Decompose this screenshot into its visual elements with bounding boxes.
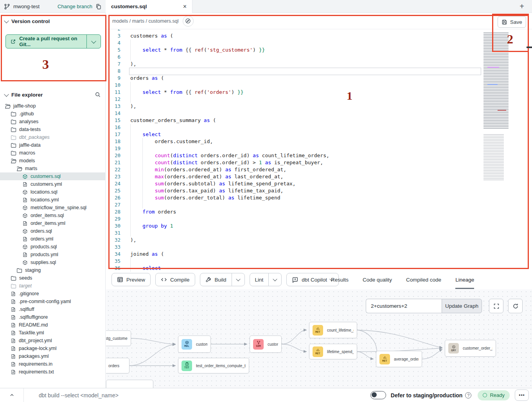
pr-dropdown-button[interactable]	[86, 35, 101, 48]
tree-item-dbt-project-yml[interactable]: dbt_project.yml	[0, 337, 106, 345]
tab-results[interactable]: Results	[331, 272, 349, 289]
tree-item-dbt-packages[interactable]: dbt_packages	[0, 133, 106, 141]
lineage-node-customers[interactable]: SEMcustomers	[250, 336, 282, 353]
tree-item-jaffle-data[interactable]: jaffle-data	[0, 141, 106, 149]
code-line-7[interactable]: 7),	[106, 61, 532, 68]
lint-dropdown-button[interactable]	[268, 273, 281, 286]
tree-item-customers-sql[interactable]: customers.sql	[0, 172, 106, 180]
code-line-21[interactable]: 21 count(distinct orders.order_id) > 1 a…	[106, 159, 532, 166]
tree-item-target[interactable]: target	[0, 282, 106, 290]
code-line-6[interactable]: 6	[106, 54, 532, 61]
tree-item-supplies-sql[interactable]: supplies.sql	[0, 258, 106, 266]
tree-item-requirements-in[interactable]: requirements.in	[0, 360, 106, 368]
tab-compiled-code[interactable]: Compiled code	[406, 272, 441, 289]
tree-item-staging[interactable]: staging	[0, 266, 106, 274]
dbt-command-input[interactable]: dbt build --select <model_name>	[39, 392, 370, 398]
code-line-25[interactable]: 25 sum(orders.tax_paid) as lifetime_tax_…	[106, 187, 532, 194]
question-icon[interactable]: ?	[465, 392, 471, 398]
chevron-up-icon[interactable]	[0, 393, 23, 398]
tree-item--sqlfluff[interactable]: .sqlfluff	[0, 305, 106, 313]
code-line-13[interactable]: 13),	[106, 103, 532, 110]
tree-item-customers-yml[interactable]: customers.yml	[0, 180, 106, 188]
code-line-9[interactable]: 9orders as (	[106, 75, 532, 82]
preview-button[interactable]: Preview	[111, 273, 151, 286]
code-line-23[interactable]: 23 max(orders.ordered_at) as last_ordere…	[106, 173, 532, 180]
code-line-14[interactable]: 14	[106, 110, 532, 117]
code-line-27[interactable]: 27	[106, 201, 532, 208]
code-line-15[interactable]: 15customer_orders_summary as (	[106, 117, 532, 124]
refresh-icon[interactable]	[508, 299, 523, 313]
compass-icon[interactable]	[183, 16, 194, 27]
code-line-33[interactable]: 33	[106, 244, 532, 251]
lineage-node-test-order-items-compute-to-bools-[interactable]: TSTtest_order_items_compute_to_bools...	[178, 358, 249, 373]
tree-item-products-sql[interactable]: products.sql	[0, 243, 106, 251]
code-line-24[interactable]: 24 sum(orders.subtotal) as lifetime_spen…	[106, 180, 532, 187]
lineage-node-average-order-value[interactable]: METaverage_order_value	[376, 351, 422, 367]
tree-item-readme-md[interactable]: README.md	[0, 321, 106, 329]
code-line-2[interactable]: 2	[106, 29, 532, 32]
tree-item-orders-sql[interactable]: orders.sql	[0, 227, 106, 235]
lineage-node-customer-order-metrics[interactable]: QRYcustomer_order_metrics	[445, 340, 496, 357]
code-line-3[interactable]: 3customers as (	[106, 32, 532, 39]
tree-item-metricflow-time-spine-sql[interactable]: metricflow_time_spine.sql	[0, 204, 106, 212]
lineage-node-partial[interactable]	[106, 380, 153, 388]
code-line-17[interactable]: 17 select	[106, 131, 532, 138]
code-line-30[interactable]: 30 group by 1	[106, 223, 532, 230]
update-graph-button[interactable]: Update Graph	[442, 299, 482, 313]
close-icon[interactable]: ×	[183, 4, 187, 10]
code-line-12[interactable]: 12	[106, 96, 532, 103]
code-line-31[interactable]: 31	[106, 230, 532, 237]
tree-item-packages-yml[interactable]: packages.yml	[0, 352, 106, 360]
tree-item-models[interactable]: models	[0, 157, 106, 165]
lineage-node-customers[interactable]: MDLcustomers	[178, 336, 211, 353]
tree-item-orders-yml[interactable]: orders.yml	[0, 235, 106, 243]
tree-item-requirements-txt[interactable]: requirements.txt	[0, 368, 106, 376]
plus-icon[interactable]: +	[517, 2, 527, 11]
tab-code-quality[interactable]: Code quality	[363, 272, 392, 289]
tree-item-locations-sql[interactable]: locations.sql	[0, 188, 106, 196]
defer-toggle[interactable]	[370, 391, 386, 399]
tree-item-marts[interactable]: marts	[0, 165, 106, 172]
tree-item-order-items-sql[interactable]: order_items.sql	[0, 212, 106, 219]
lineage-node-count-lifetime-orders[interactable]: METcount_lifetime_orders	[309, 322, 357, 338]
code-line-5[interactable]: 5 select * from {{ ref('stg_customers') …	[106, 47, 532, 54]
code-line-36[interactable]: 36 select	[106, 265, 532, 272]
code-line-16[interactable]: 16	[106, 124, 532, 131]
tree-item-jaffle-shop[interactable]: jaffle-shop	[0, 102, 106, 110]
code-line-29[interactable]: 29	[106, 215, 532, 223]
code-line-18[interactable]: 18 orders.customer_id,	[106, 138, 532, 145]
code-line-20[interactable]: 20 count(distinct orders.order_id) as co…	[106, 152, 532, 159]
tree-item--gitignore[interactable]: .gitignore	[0, 290, 106, 298]
code-line-34[interactable]: 34joined as (	[106, 251, 532, 258]
tree-item-analyses[interactable]: analyses	[0, 118, 106, 126]
fullscreen-icon[interactable]	[489, 299, 503, 313]
tree-item-order-items-yml[interactable]: order_items.yml	[0, 219, 106, 227]
tree-item-products-yml[interactable]: products.yml	[0, 251, 106, 258]
tree-item-locations-yml[interactable]: locations.yml	[0, 196, 106, 204]
code-line-8[interactable]: 8	[106, 68, 532, 75]
minimap[interactable]	[482, 29, 516, 264]
code-line-28[interactable]: 28 from orders	[106, 208, 532, 215]
tree-item-taskfile-yml[interactable]: Taskfile.yml	[0, 329, 106, 337]
code-line-11[interactable]: 11 select * from {{ ref('orders') }}	[106, 89, 532, 96]
ellipsis-icon[interactable]: •••	[515, 389, 529, 401]
tab-customers-sql[interactable]: customers.sql ×	[106, 0, 192, 13]
copy-icon[interactable]	[95, 4, 102, 10]
code-line-10[interactable]: 10	[106, 82, 532, 89]
tree-item--sqlfluffignore[interactable]: .sqlfluffignore	[0, 313, 106, 321]
tree-item-data-tests[interactable]: data-tests	[0, 126, 106, 133]
code-line-22[interactable]: 22 min(orders.ordered_at) as first_order…	[106, 166, 532, 173]
code-editor[interactable]: 23customers as (45 select * from {{ ref(…	[106, 29, 532, 272]
code-line-32[interactable]: 32),	[106, 237, 532, 244]
tab-lineage[interactable]: Lineage	[455, 272, 474, 289]
version-control-header[interactable]: Version control	[0, 13, 105, 28]
tree-item-package-lock-yml[interactable]: package-lock.yml	[0, 345, 106, 352]
code-line-26[interactable]: 26 sum(orders.order_total) as lifetime_s…	[106, 194, 532, 201]
build-button[interactable]: Build	[200, 273, 245, 286]
lineage-panel[interactable]: MDLstg_customersMDLordersMDLcustomersTST…	[106, 289, 532, 388]
lineage-node-lifetime-spend-pretax[interactable]: METlifetime_spend_pretax	[309, 344, 357, 359]
build-dropdown-button[interactable]	[232, 273, 244, 286]
save-button[interactable]: Save	[498, 16, 526, 28]
lint-button[interactable]: Lint	[250, 273, 282, 286]
lineage-node-stg-customers[interactable]: MDLstg_customers	[106, 330, 131, 346]
